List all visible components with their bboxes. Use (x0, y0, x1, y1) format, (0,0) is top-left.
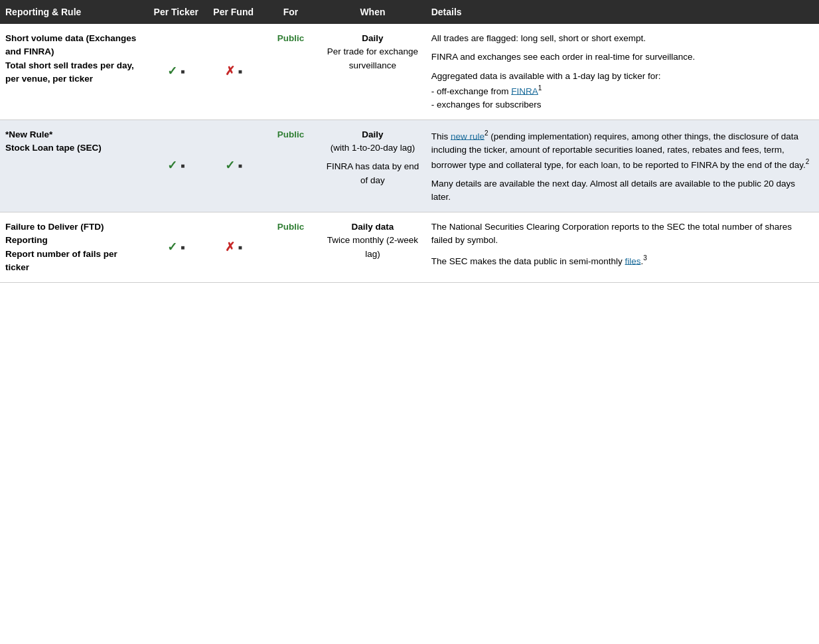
check-icon: ✓■ (167, 157, 185, 175)
new-rule-link[interactable]: new rule (451, 131, 484, 141)
when-main: Daily (325, 128, 420, 141)
ticker-cell: ✓■ (147, 24, 204, 120)
main-table: Reporting & Rule Per Ticker Per Fund For… (0, 0, 819, 283)
when-cell: Daily dataTwice monthly (2-week lag) (319, 212, 425, 283)
cross-icon: ✗■ (225, 62, 242, 80)
when-cell: Daily(with 1-to-20-day lag)FINRA has dat… (319, 120, 425, 212)
details-cell: All trades are flagged: long sell, short… (426, 24, 819, 120)
fund-cell: ✗■ (204, 212, 261, 283)
check-icon: ✓■ (225, 157, 242, 175)
public-label: Public (277, 222, 305, 232)
detail-para: The National Securities Clearing Corpora… (431, 220, 814, 248)
finra-link[interactable]: FINRA (511, 86, 538, 96)
rule-cell: Short volume data (Exchanges and FINRA)T… (0, 24, 147, 120)
public-label: Public (277, 129, 305, 139)
header-rule: Reporting & Rule (0, 0, 147, 24)
header-ticker: Per Ticker (147, 0, 204, 24)
detail-para: All trades are flagged: long sell, short… (431, 32, 814, 45)
detail-para: This new rule2 (pending implementation) … (431, 128, 814, 172)
ticker-cell: ✓■ (147, 212, 204, 283)
fund-cell: ✗■ (204, 24, 261, 120)
table-row: *New Rule*Stock Loan tape (SEC)✓■✓■Publi… (0, 120, 819, 212)
ticker-cell: ✓■ (147, 120, 204, 212)
rule-cell: Failure to Deliver (FTD) ReportingReport… (0, 212, 147, 283)
public-label: Public (277, 33, 305, 43)
for-cell: Public (262, 212, 319, 283)
detail-para: FINRA and exchanges see each order in re… (431, 50, 814, 64)
when-sub: (with 1-to-20-day lag) (325, 141, 420, 155)
table-row: Short volume data (Exchanges and FINRA)T… (0, 24, 819, 120)
table-row: Failure to Deliver (FTD) ReportingReport… (0, 212, 819, 283)
when-main: Daily (325, 32, 420, 45)
detail-para: The SEC makes the data public in semi-mo… (431, 253, 814, 268)
rule-cell: *New Rule*Stock Loan tape (SEC) (0, 120, 147, 212)
header-details: Details (426, 0, 819, 24)
when-sub: Twice monthly (2-week lag) (325, 234, 420, 261)
when-main: Daily data (325, 220, 420, 234)
check-icon: ✓■ (167, 238, 185, 256)
when-sub: FINRA has data by end of day (325, 160, 420, 187)
for-cell: Public (262, 24, 319, 120)
detail-para: Aggregated data is available with a 1-da… (431, 70, 814, 112)
when-cell: DailyPer trade for exchange surveillance (319, 24, 425, 120)
cross-icon: ✗■ (225, 238, 242, 256)
details-cell: The National Securities Clearing Corpora… (426, 212, 819, 283)
header-for: For (262, 0, 319, 24)
details-cell: This new rule2 (pending implementation) … (426, 120, 819, 212)
for-cell: Public (262, 120, 319, 212)
check-icon: ✓■ (167, 62, 185, 80)
fund-cell: ✓■ (204, 120, 261, 212)
header-fund: Per Fund (204, 0, 261, 24)
header-when: When (319, 0, 425, 24)
when-sub: Per trade for exchange surveillance (325, 45, 420, 72)
files-link[interactable]: files (625, 256, 641, 266)
detail-para: Many details are available the next day.… (431, 177, 814, 204)
